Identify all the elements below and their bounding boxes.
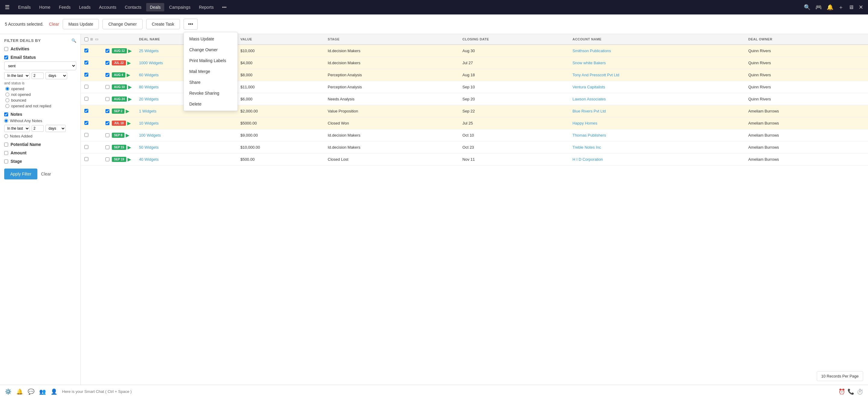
deal-link[interactable]: 20 Widgets bbox=[139, 97, 158, 101]
dropdown-mass-update[interactable]: Mass Update bbox=[184, 33, 238, 44]
nav-contacts[interactable]: Contacts bbox=[121, 3, 145, 11]
search-icon[interactable]: 🔍 bbox=[804, 4, 810, 10]
email-status-checkbox-row[interactable]: Email Status bbox=[4, 55, 76, 60]
create-task-button[interactable]: Create Task bbox=[146, 19, 180, 29]
account-link[interactable]: Smithson Publications bbox=[572, 49, 611, 53]
row-checkbox[interactable] bbox=[84, 97, 88, 101]
row-checkbox-2[interactable] bbox=[105, 109, 110, 113]
row-checkbox-2[interactable] bbox=[105, 73, 110, 77]
deal-link[interactable]: 80 Widgets bbox=[139, 85, 158, 89]
email-status-checkbox[interactable] bbox=[4, 56, 8, 59]
plus-icon[interactable]: ＋ bbox=[838, 4, 844, 11]
change-owner-button[interactable]: Change Owner bbox=[102, 19, 142, 29]
deal-link[interactable]: 1000 Widgets bbox=[139, 61, 163, 65]
deal-link[interactable]: 1 Widgets bbox=[139, 109, 156, 113]
notes-unit-select[interactable]: days weeks bbox=[45, 125, 66, 132]
row-checkbox[interactable] bbox=[84, 85, 88, 89]
nav-home[interactable]: Home bbox=[36, 3, 54, 11]
dropdown-share[interactable]: Share bbox=[184, 77, 238, 88]
radio-opened-not-replied[interactable]: opened and not replied bbox=[5, 104, 76, 108]
row-checkbox-2[interactable] bbox=[105, 145, 110, 149]
row-checkbox[interactable] bbox=[84, 73, 88, 76]
amount-row[interactable]: Amount bbox=[4, 150, 76, 155]
dropdown-delete[interactable]: Delete bbox=[184, 99, 238, 110]
nav-more[interactable]: ••• bbox=[218, 3, 230, 11]
row-checkbox[interactable] bbox=[84, 145, 88, 149]
amount-checkbox[interactable] bbox=[4, 151, 8, 155]
row-checkbox[interactable] bbox=[84, 109, 88, 113]
account-link[interactable]: Ventura Capitalists bbox=[572, 85, 605, 89]
menu-icon[interactable]: ☰ bbox=[5, 4, 10, 10]
screen-icon[interactable]: 🖥 bbox=[848, 4, 854, 10]
nav-reports[interactable]: Reports bbox=[195, 3, 217, 11]
user-icon[interactable]: 👤 bbox=[51, 388, 57, 395]
select-all-checkbox[interactable] bbox=[84, 37, 88, 41]
gamepad-icon[interactable]: 🎮 bbox=[815, 4, 822, 10]
clear-selection-link[interactable]: Clear bbox=[49, 22, 59, 27]
account-link[interactable]: Tony And Presscott Pvt Ltd bbox=[572, 73, 619, 77]
in-the-last-select[interactable]: In the last bbox=[4, 72, 30, 79]
potential-name-row[interactable]: Potential Name bbox=[4, 142, 76, 147]
chat-icon[interactable]: 💬 bbox=[28, 388, 34, 395]
activities-checkbox[interactable] bbox=[4, 47, 8, 51]
timer-icon[interactable]: ⏱️ bbox=[857, 388, 863, 395]
radio-opened[interactable]: opened bbox=[5, 87, 76, 91]
deal-link[interactable]: 10 Widgets bbox=[139, 121, 158, 125]
minus-icon[interactable]: ▭ bbox=[95, 37, 98, 41]
account-link[interactable]: Happy Homes bbox=[572, 121, 597, 125]
account-link[interactable]: Snow white Bakers bbox=[572, 61, 606, 65]
row-checkbox-2[interactable] bbox=[105, 85, 110, 89]
notes-in-the-last-input[interactable] bbox=[32, 125, 44, 132]
notes-checkbox[interactable] bbox=[4, 113, 8, 116]
notes-in-the-last-select[interactable]: In the last bbox=[4, 125, 30, 132]
column-icon[interactable]: ⊞ bbox=[90, 37, 93, 41]
without-any-notes-row[interactable]: Without Any Notes bbox=[4, 119, 76, 123]
deal-link[interactable]: 100 Widgets bbox=[139, 133, 161, 137]
close-icon[interactable]: ✕ bbox=[859, 4, 863, 10]
smart-chat-input[interactable] bbox=[62, 389, 838, 394]
in-the-last-input[interactable] bbox=[32, 72, 44, 79]
filter-clear-button[interactable]: Clear bbox=[41, 172, 51, 176]
activities-checkbox-row[interactable]: Activities bbox=[4, 47, 76, 51]
account-link[interactable]: H I D Corporation bbox=[572, 157, 603, 162]
settings-icon[interactable]: ⚙️ bbox=[5, 388, 11, 395]
radio-bounced[interactable]: bounced bbox=[5, 98, 76, 102]
nav-leads[interactable]: Leads bbox=[75, 3, 94, 11]
row-checkbox[interactable] bbox=[84, 133, 88, 137]
records-per-page[interactable]: 10 Records Per Page bbox=[817, 371, 863, 381]
deal-link[interactable]: 60 Widgets bbox=[139, 73, 158, 77]
alarm-icon[interactable]: ⏰ bbox=[838, 388, 845, 395]
in-the-last-unit-select[interactable]: days weeks months bbox=[45, 72, 67, 79]
account-link[interactable]: Treble Notes Inc bbox=[572, 145, 601, 150]
apply-filter-button[interactable]: Apply Filter bbox=[4, 169, 37, 179]
row-checkbox-2[interactable] bbox=[105, 121, 110, 125]
potential-name-checkbox[interactable] bbox=[4, 143, 8, 147]
dropdown-print-labels[interactable]: Print Mailing Labels bbox=[184, 55, 238, 66]
dropdown-mail-merge[interactable]: Mail Merge bbox=[184, 66, 238, 77]
row-checkbox[interactable] bbox=[84, 157, 88, 161]
dropdown-revoke-sharing[interactable]: Revoke Sharing bbox=[184, 88, 238, 99]
email-status-select[interactable]: sent opened bounced bbox=[4, 62, 76, 70]
row-checkbox-2[interactable] bbox=[105, 157, 110, 161]
mass-update-button[interactable]: Mass Update bbox=[63, 19, 99, 29]
nav-campaings[interactable]: Campaings bbox=[165, 3, 194, 11]
deal-link[interactable]: 40 Widgets bbox=[139, 157, 158, 162]
radio-not-opened[interactable]: not opened bbox=[5, 92, 76, 97]
nav-accounts[interactable]: Accounts bbox=[95, 3, 120, 11]
phone-icon[interactable]: 📞 bbox=[847, 388, 854, 395]
account-link[interactable]: Lawson Associates bbox=[572, 97, 606, 101]
deal-link[interactable]: 25 Widgets bbox=[139, 49, 158, 53]
row-checkbox-2[interactable] bbox=[105, 61, 110, 65]
account-link[interactable]: Thomas Publishers bbox=[572, 133, 606, 137]
row-checkbox[interactable] bbox=[84, 121, 88, 125]
notes-checkbox-row[interactable]: Notes bbox=[4, 112, 76, 117]
alert-icon[interactable]: 🔔 bbox=[16, 388, 23, 395]
row-checkbox-2[interactable] bbox=[105, 97, 110, 101]
nav-emails[interactable]: Emails bbox=[14, 3, 34, 11]
account-link[interactable]: Blue Rivers Pvt Ltd bbox=[572, 109, 606, 113]
filter-search-icon[interactable]: 🔍 bbox=[71, 38, 76, 43]
bell-icon[interactable]: 🔔 bbox=[827, 4, 833, 10]
row-checkbox[interactable] bbox=[84, 61, 88, 64]
nav-feeds[interactable]: Feeds bbox=[55, 3, 74, 11]
nav-deals[interactable]: Deals bbox=[146, 3, 164, 11]
